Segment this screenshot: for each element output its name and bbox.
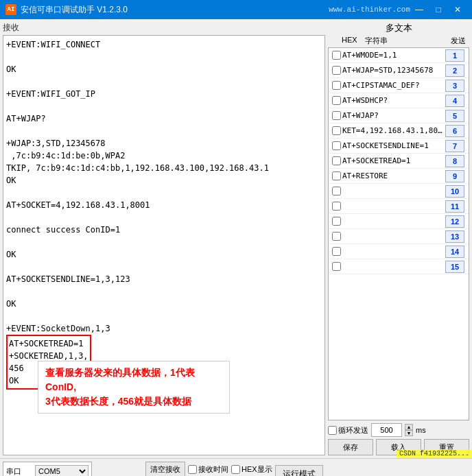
recv-option-row1: 清空接收 接收时间 HEX显示 xyxy=(145,462,272,476)
mt-checkbox-3 xyxy=(330,96,342,105)
hex-display-text: HEX显示 xyxy=(241,464,272,475)
clear-recv-button[interactable]: 清空接收 xyxy=(145,462,185,476)
mt-str-4: AT+WJAP? xyxy=(342,111,445,120)
mt-row-check-12[interactable] xyxy=(332,232,341,241)
maximize-button[interactable]: □ xyxy=(429,3,447,16)
hex-display-label: HEX显示 xyxy=(231,464,272,475)
mt-row: 10 xyxy=(329,184,469,199)
mt-row-check-13[interactable] xyxy=(332,247,341,256)
mt-row: AT+WMODE=1,1 1 xyxy=(329,48,469,63)
multitext-list: AT+WMODE=1,1 1 AT+WJAP=STD,12345678 2 AT… xyxy=(328,47,469,420)
col-str-label: 字符串 xyxy=(362,36,447,46)
watermark: CSDN f41932225... xyxy=(397,449,472,458)
mt-checkbox-5 xyxy=(330,126,342,135)
port-select[interactable]: COM5 xyxy=(35,465,88,476)
mt-row-check-2[interactable] xyxy=(332,81,341,90)
mt-row-check-5[interactable] xyxy=(332,126,341,135)
mt-row-check-4[interactable] xyxy=(332,111,341,120)
col-hex-label: HEX xyxy=(342,36,362,46)
mt-send-btn-14[interactable]: 15 xyxy=(445,261,464,273)
mt-str-7: AT+SOCKETREAD=1 xyxy=(342,156,445,165)
mt-row-check-14[interactable] xyxy=(332,262,341,271)
mt-str-0: AT+WMODE=1,1 xyxy=(342,51,445,60)
loop-checkbox-label: 循环发送 xyxy=(328,425,368,436)
run-mode-button[interactable]: 运行模式 xyxy=(275,465,323,477)
mt-num-8: 9 xyxy=(445,170,467,182)
mt-num-1: 2 xyxy=(445,64,467,77)
multitext-header: 多文本 xyxy=(328,22,469,34)
loop-interval-input[interactable] xyxy=(371,423,402,437)
mt-row-check-3[interactable] xyxy=(332,96,341,105)
mt-send-btn-5[interactable]: 6 xyxy=(445,125,464,137)
mt-send-btn-3[interactable]: 4 xyxy=(445,95,464,107)
mt-send-btn-13[interactable]: 14 xyxy=(445,246,464,258)
mt-row-check-8[interactable] xyxy=(332,171,341,180)
interval-up-btn[interactable]: ▲ xyxy=(405,424,413,430)
mt-str-8: AT+RESTORE xyxy=(342,171,445,180)
mt-row-check-1[interactable] xyxy=(332,66,341,75)
recv-time-label: 接收时间 xyxy=(188,464,228,475)
mt-send-btn-11[interactable]: 12 xyxy=(445,215,464,228)
mt-send-btn-10[interactable]: 11 xyxy=(445,200,464,213)
mt-send-btn-2[interactable]: 3 xyxy=(445,80,464,92)
main-content: 接收 +EVENT:WIFI_CONNECT OK +EVENT:WIFI_GO… xyxy=(0,19,472,458)
annotation-bubble: 查看服务器发来的具体数据，1代表ConID, 3代表数据长度，456就是具体数据 xyxy=(38,361,230,414)
receive-label: 接收 xyxy=(3,22,325,34)
mt-row-check-0[interactable] xyxy=(332,51,341,60)
interval-down-btn[interactable]: ▼ xyxy=(405,430,413,436)
mt-row: 11 xyxy=(329,199,469,214)
mt-send-btn-4[interactable]: 5 xyxy=(445,110,464,122)
mt-row: AT+WJAP? 5 xyxy=(329,108,469,123)
mt-row: AT+WSDHCP? 4 xyxy=(329,93,469,108)
mt-str-1: AT+WJAP=STD,12345678 xyxy=(342,66,445,75)
mt-send-btn-12[interactable]: 13 xyxy=(445,230,464,243)
mt-num-12: 13 xyxy=(445,230,467,243)
mt-checkbox-12 xyxy=(330,232,342,241)
mt-row-check-10[interactable] xyxy=(332,202,341,211)
ms-label: ms xyxy=(416,426,426,434)
mt-num-3: 4 xyxy=(445,95,467,107)
mt-checkbox-0 xyxy=(330,51,342,60)
right-buttons: 运行模式 下载模式 隐藏面板 显示历史 xyxy=(275,462,323,476)
annotation-text: 查看服务器发来的具体数据，1代表ConID, 3代表数据长度，456就是具体数据 xyxy=(45,367,195,407)
loop-label: 循环发送 xyxy=(338,425,368,436)
hex-display-checkbox[interactable] xyxy=(231,465,240,474)
recv-time-text: 接收时间 xyxy=(198,464,228,475)
mt-send-btn-0[interactable]: 1 xyxy=(445,49,464,62)
recv-options: 清空接收 接收时间 HEX显示 ✔ 自动执行 xyxy=(145,462,272,476)
loop-checkbox[interactable] xyxy=(328,426,337,435)
mt-send-btn-8[interactable]: 9 xyxy=(445,170,464,182)
mt-checkbox-1 xyxy=(330,66,342,75)
mt-row-check-9[interactable] xyxy=(332,187,341,195)
mt-send-btn-9[interactable]: 10 xyxy=(445,185,464,198)
mt-checkbox-10 xyxy=(330,202,342,211)
mt-row: AT+RESTORE 9 xyxy=(329,169,469,184)
minimize-button[interactable]: — xyxy=(410,3,428,16)
mt-str-6: AT+SOCKETSENDLINE=1 xyxy=(342,141,445,150)
mt-row-check-11[interactable] xyxy=(332,217,341,226)
serial-panel: 串口 COM5 波特率 115200 数据位 8 校验位 None 停止位 On… xyxy=(3,462,92,476)
mt-num-6: 7 xyxy=(445,140,467,152)
title-bar: AI 安信可串口调试助手 V1.2.3.0 www.ai-thinker.com… xyxy=(0,0,472,19)
bottom-top-row: 串口 COM5 波特率 115200 数据位 8 校验位 None 停止位 On… xyxy=(3,462,469,476)
receive-area: +EVENT:WIFI_CONNECT OK +EVENT:WIFI_GOT_I… xyxy=(3,35,325,455)
mt-row: 15 xyxy=(329,259,469,274)
mt-row: AT+SOCKETSENDLINE=1 7 xyxy=(329,139,469,154)
close-button[interactable]: ✕ xyxy=(449,3,467,16)
save-multitext-button[interactable]: 保存 xyxy=(328,439,373,455)
mt-checkbox-8 xyxy=(330,171,342,180)
clear-recv-label: 清空接收 xyxy=(145,462,185,476)
mt-num-11: 12 xyxy=(445,215,467,228)
mt-send-btn-6[interactable]: 7 xyxy=(445,140,464,152)
mt-checkbox-2 xyxy=(330,81,342,90)
mt-row: AT+SOCKETREAD=1 8 xyxy=(329,154,469,169)
mt-send-btn-1[interactable]: 2 xyxy=(445,64,464,77)
mt-row-check-6[interactable] xyxy=(332,141,341,150)
mt-num-14: 15 xyxy=(445,261,467,273)
recv-time-checkbox[interactable] xyxy=(188,465,197,474)
mt-row-check-7[interactable] xyxy=(332,156,341,165)
mt-row: 14 xyxy=(329,244,469,259)
receive-text: +EVENT:WIFI_CONNECT OK +EVENT:WIFI_GOT_I… xyxy=(6,40,269,333)
mt-send-btn-7[interactable]: 8 xyxy=(445,155,464,167)
mt-num-0: 1 xyxy=(445,49,467,62)
